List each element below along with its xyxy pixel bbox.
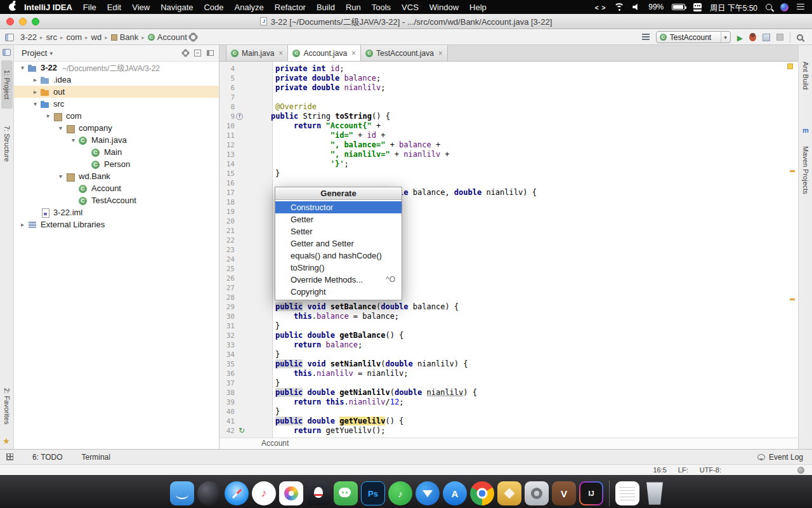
breadcrumb-item-3-22[interactable]: 3-22: [20, 32, 37, 42]
angle-brackets-menu-extra-icon[interactable]: [595, 1, 606, 13]
dock-gold-gem-icon[interactable]: [497, 481, 521, 505]
tree-node-idea[interactable]: ▸.idea: [14, 74, 219, 86]
star-icon[interactable]: ★: [3, 437, 10, 445]
tree-node-testaccount[interactable]: TestAccount: [14, 194, 219, 206]
dock-photoshop-icon[interactable]: Ps: [361, 481, 385, 505]
warning-stripe-mark[interactable]: [790, 298, 795, 300]
dock-safari-icon[interactable]: [225, 481, 249, 505]
search-everywhere-icon[interactable]: [797, 34, 803, 41]
menu-refactor[interactable]: Refactor: [275, 3, 306, 12]
input-source-icon[interactable]: [693, 3, 702, 11]
tab-testaccount-java[interactable]: CTestAccount.java×: [361, 45, 448, 61]
generate-option-equals-and-hashcode[interactable]: equals() and hashCode(): [275, 250, 402, 262]
menu-code[interactable]: Code: [204, 3, 223, 12]
project-panel-title[interactable]: Project: [22, 48, 53, 58]
menu-build[interactable]: Build: [317, 3, 335, 12]
generate-option-getter[interactable]: Getter: [275, 213, 402, 225]
breadcrumb-item-account[interactable]: CAccount: [148, 32, 187, 42]
generate-option-copyright[interactable]: Copyright: [275, 286, 402, 298]
tree-node-account[interactable]: Account: [14, 182, 219, 194]
run-button[interactable]: [737, 32, 743, 43]
recursion-gutter-icon[interactable]: ↻: [236, 426, 247, 436]
dock-chrome-icon[interactable]: [470, 481, 494, 505]
tab-close-icon[interactable]: ×: [351, 49, 356, 58]
override-gutter-icon[interactable]: ↑: [236, 113, 243, 120]
tree-node-main[interactable]: Main: [14, 146, 219, 158]
menu-file[interactable]: File: [83, 3, 96, 12]
dock-itunes-icon[interactable]: ♪: [252, 481, 276, 505]
menu-navigate[interactable]: Navigate: [160, 3, 193, 12]
tree-node-com[interactable]: ▾com: [14, 110, 219, 122]
apple-menu-icon[interactable]: [9, 3, 16, 11]
menubar-clock[interactable]: 周日 下午5:50: [710, 2, 757, 13]
debug-button[interactable]: [749, 33, 756, 41]
tool-window-button-6-todo[interactable]: 6: TODO: [32, 453, 63, 462]
volume-icon[interactable]: [632, 4, 640, 11]
inspection-indicator[interactable]: [787, 64, 793, 69]
tree-toggle-icon[interactable]: ▸: [30, 76, 40, 83]
collapse-all-icon[interactable]: [194, 50, 201, 57]
window-panel-icon[interactable]: [5, 34, 14, 41]
menu-app-name[interactable]: IntelliJ IDEA: [24, 3, 72, 12]
sort-icon[interactable]: [642, 34, 650, 41]
tool-window-icon[interactable]: [3, 49, 11, 56]
menu-help[interactable]: Help: [469, 3, 487, 12]
dock-vox-icon[interactable]: V: [552, 481, 576, 505]
tree-node-main-java[interactable]: ▾Main.java: [14, 134, 219, 146]
menu-view[interactable]: View: [132, 3, 150, 12]
tab-account-java[interactable]: CAccount.java×: [288, 45, 361, 61]
tree-toggle-icon[interactable]: ▸: [18, 221, 27, 228]
dock-qq-icon[interactable]: [306, 481, 331, 505]
chevron-down-icon[interactable]: [721, 32, 727, 43]
dock-app-store-icon[interactable]: A: [443, 481, 467, 505]
event-log-button[interactable]: Event Log: [757, 453, 803, 462]
tool-button-project[interactable]: 1: Project: [1, 60, 13, 109]
generate-option-constructor[interactable]: Constructor: [275, 201, 402, 213]
tool-window-button-terminal[interactable]: Terminal: [82, 453, 110, 462]
tool-window-switcher-icon[interactable]: [6, 453, 13, 460]
menu-run[interactable]: Run: [346, 3, 361, 12]
encoding-indicator[interactable]: UTF-8:: [700, 466, 721, 474]
gear-icon[interactable]: [190, 34, 197, 41]
menu-tools[interactable]: Tools: [372, 3, 391, 12]
menu-vcs[interactable]: VCS: [402, 3, 419, 12]
generate-option-setter[interactable]: Setter: [275, 225, 402, 237]
caret-position[interactable]: 16:5: [653, 466, 666, 474]
dock-wechat-icon[interactable]: [334, 481, 358, 505]
warning-stripe-mark[interactable]: [790, 170, 795, 172]
tool-button-maven-projects[interactable]: Maven Projects: [800, 135, 811, 205]
tree-toggle-icon[interactable]: ▾: [56, 124, 65, 131]
breadcrumb-item-src[interactable]: src: [46, 32, 57, 42]
tool-button-ant-build[interactable]: Ant Build: [800, 53, 811, 98]
dock-intellij-idea-icon[interactable]: IJ: [579, 481, 603, 505]
tab-main-java[interactable]: CMain.java×: [226, 45, 288, 61]
dock-dark-sphere-icon[interactable]: [197, 481, 221, 505]
wifi-icon[interactable]: [614, 3, 624, 11]
settings-gear-icon[interactable]: [183, 50, 188, 56]
generate-option-getter-and-setter[interactable]: Getter and Setter: [275, 237, 402, 250]
menu-edit[interactable]: Edit: [107, 3, 121, 12]
menu-window[interactable]: Window: [429, 3, 459, 12]
tree-node-external-libraries[interactable]: ▸External Libraries: [14, 218, 219, 231]
breadcrumb-item-bank[interactable]: Bank: [111, 32, 139, 42]
dock-green-music-icon[interactable]: ♪: [388, 481, 412, 505]
zoom-window-button[interactable]: [32, 18, 39, 25]
tree-toggle-icon[interactable]: ▾: [69, 137, 78, 144]
tab-close-icon[interactable]: ×: [438, 49, 443, 58]
tree-toggle-icon[interactable]: ▾: [18, 64, 27, 71]
highlighting-level-icon[interactable]: [797, 467, 804, 474]
dock-photos-icon[interactable]: [279, 481, 303, 505]
tree-node-person[interactable]: Person: [14, 158, 219, 170]
spotlight-icon[interactable]: [766, 4, 772, 10]
hide-panel-icon[interactable]: [207, 50, 214, 56]
tree-toggle-icon[interactable]: ▾: [43, 112, 53, 119]
tree-node-3-22-iml[interactable]: 3-22.iml: [14, 206, 219, 218]
line-separator-indicator[interactable]: LF:: [678, 466, 688, 474]
dock-notes-icon[interactable]: [615, 481, 639, 505]
breadcrumb-item-wd[interactable]: wd: [91, 32, 102, 42]
tree-toggle-icon[interactable]: ▾: [30, 100, 40, 107]
breadcrumb-account[interactable]: Account: [261, 439, 289, 448]
tree-toggle-icon[interactable]: ▾: [56, 173, 65, 180]
generate-option-tostring[interactable]: toString(): [275, 262, 402, 274]
dock-system-preferences-icon[interactable]: [525, 481, 549, 505]
